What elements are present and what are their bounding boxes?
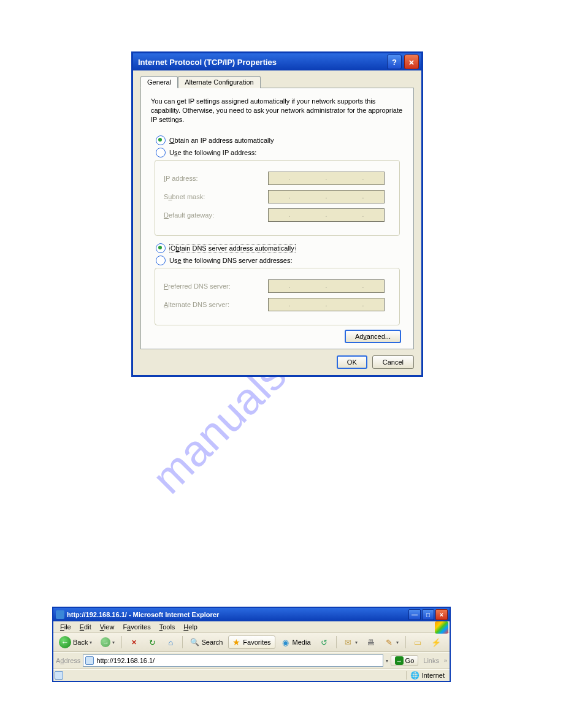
- menu-edit[interactable]: Edit: [75, 623, 96, 631]
- default-gateway-input: ...: [268, 208, 385, 222]
- dropdown-icon: ▾: [355, 640, 358, 645]
- default-gateway-label: Default gateway:: [164, 211, 268, 219]
- alternate-dns-label: Alternate DNS server:: [164, 301, 268, 308]
- search-button[interactable]: 🔍 Search: [186, 636, 226, 648]
- radio-icon: [156, 256, 166, 265]
- print-icon: 🖶: [366, 637, 376, 647]
- preferred-dns-input: ...: [268, 279, 385, 293]
- menu-view[interactable]: View: [96, 623, 119, 631]
- titlebar[interactable]: Internet Protocol (TCP/IP) Properties ? …: [133, 53, 421, 70]
- preferred-dns-label: Preferred DNS server:: [164, 282, 268, 290]
- tcpip-properties-dialog: Internet Protocol (TCP/IP) Properties ? …: [131, 51, 423, 377]
- print-button[interactable]: 🖶: [363, 636, 379, 648]
- home-button[interactable]: ⌂: [163, 636, 178, 648]
- go-button[interactable]: → Go: [391, 655, 419, 666]
- address-dropdown-icon[interactable]: ▾: [386, 658, 388, 664]
- ie-icon: [56, 610, 64, 619]
- address-value: http://192.168.16.1/: [96, 657, 155, 664]
- ip-address-label: IP address:: [164, 175, 268, 182]
- forward-button[interactable]: → ▾: [98, 636, 118, 648]
- tabstrip: General Alternate Configuration: [140, 75, 414, 88]
- separator: [182, 636, 183, 648]
- description-text: You can get IP settings assigned automat…: [151, 97, 404, 124]
- favorites-button[interactable]: ★ Favorites: [228, 635, 275, 649]
- tab-general[interactable]: General: [140, 76, 178, 88]
- ie-window-title: http://192.168.16.1/ - Microsoft Interne…: [67, 611, 407, 618]
- dropdown-icon: ▾: [112, 640, 115, 645]
- home-icon: ⌂: [166, 637, 175, 647]
- star-icon: ★: [232, 637, 240, 647]
- ip-address-group: IP address: ... Subnet mask: ... Default…: [155, 160, 400, 236]
- media-button[interactable]: ◉ Media: [278, 636, 314, 648]
- links-chevron-icon[interactable]: »: [444, 658, 447, 664]
- mail-button[interactable]: ✉▾: [340, 636, 361, 648]
- address-label: Address: [56, 657, 80, 664]
- menu-favorites[interactable]: Favorites: [118, 623, 155, 631]
- close-button[interactable]: ×: [435, 609, 448, 620]
- radio-icon: [156, 243, 166, 253]
- links-label[interactable]: Links: [421, 657, 442, 664]
- ok-button[interactable]: OK: [337, 355, 367, 369]
- history-button[interactable]: ↺: [316, 636, 332, 648]
- search-icon: 🔍: [190, 637, 199, 647]
- dns-group: Preferred DNS server: ... Alternate DNS …: [155, 268, 400, 325]
- stop-icon: ✕: [129, 637, 139, 647]
- page-icon: [55, 671, 63, 680]
- alternate-dns-input: ...: [268, 298, 385, 311]
- tab-content-general: You can get IP settings assigned automat…: [140, 88, 414, 349]
- dropdown-icon: ▾: [396, 640, 399, 645]
- radio-use-following-dns[interactable]: Use the following DNS server addresses:: [156, 256, 404, 265]
- separator: [405, 636, 406, 648]
- tab-alternate-configuration[interactable]: Alternate Configuration: [178, 76, 261, 88]
- menu-tools[interactable]: Tools: [155, 623, 180, 631]
- stop-button[interactable]: ✕: [126, 636, 142, 648]
- history-icon: ↺: [320, 637, 329, 647]
- radio-use-following-ip[interactable]: Use the following IP address:: [156, 148, 404, 157]
- folder-icon: ▭: [413, 637, 423, 647]
- go-label: Go: [405, 657, 415, 664]
- menubar: File Edit View Favorites Tools Help: [53, 621, 450, 633]
- folder-button[interactable]: ▭: [410, 636, 426, 648]
- edit-icon: ✎: [385, 637, 394, 647]
- maximize-button[interactable]: □: [422, 609, 434, 620]
- statusbar: 🌐 Internet: [53, 669, 450, 681]
- back-arrow-icon: ←: [59, 636, 71, 648]
- window-title: Internet Protocol (TCP/IP) Properties: [138, 58, 385, 67]
- radio-icon: [156, 135, 166, 145]
- help-button[interactable]: ?: [387, 55, 402, 69]
- cancel-button[interactable]: Cancel: [372, 355, 414, 369]
- edit-button[interactable]: ✎▾: [381, 636, 402, 648]
- mail-icon: ✉: [343, 637, 353, 647]
- forward-arrow-icon: →: [101, 637, 110, 647]
- radio-label-manual-ip: Use the following IP address:: [169, 149, 256, 156]
- radio-obtain-dns-auto[interactable]: Obtain DNS server address automatically: [156, 243, 404, 253]
- addressbar: Address http://192.168.16.1/ ▾ → Go Link…: [53, 652, 450, 669]
- radio-label-auto-ip: btain an IP address automatically: [175, 137, 274, 144]
- refresh-button[interactable]: ↻: [144, 636, 160, 648]
- ie-titlebar[interactable]: http://192.168.16.1/ - Microsoft Interne…: [53, 608, 450, 621]
- menu-file[interactable]: File: [56, 623, 75, 631]
- close-button[interactable]: ×: [404, 55, 419, 69]
- windows-logo-icon: [435, 621, 448, 634]
- toolbar: ← Back ▾ → ▾ ✕ ↻ ⌂ 🔍 Search ★ Favorites …: [53, 633, 450, 652]
- status-zone: Internet: [422, 672, 445, 679]
- radio-label-manual-dns: Use the following DNS server addresses:: [169, 257, 293, 264]
- address-input[interactable]: http://192.168.16.1/: [83, 654, 383, 667]
- radio-icon: [156, 148, 166, 157]
- menu-help[interactable]: Help: [179, 623, 202, 631]
- ip-address-input: ...: [268, 172, 385, 185]
- radio-obtain-ip-auto[interactable]: Obtain an IP address automatically: [156, 135, 404, 145]
- minimize-button[interactable]: —: [408, 609, 421, 620]
- advanced-button[interactable]: Advanced...: [345, 330, 401, 343]
- page-icon: [85, 656, 94, 665]
- search-label: Search: [201, 639, 223, 646]
- internet-explorer-window: http://192.168.16.1/ - Microsoft Interne…: [52, 607, 451, 682]
- zap-icon: ⚡: [431, 637, 441, 647]
- separator: [336, 636, 337, 648]
- back-button[interactable]: ← Back ▾: [56, 635, 95, 650]
- separator: [121, 636, 122, 648]
- go-arrow-icon: →: [395, 656, 404, 665]
- discuss-button[interactable]: ⚡: [428, 636, 444, 648]
- refresh-icon: ↻: [147, 637, 157, 647]
- media-icon: ◉: [281, 637, 291, 647]
